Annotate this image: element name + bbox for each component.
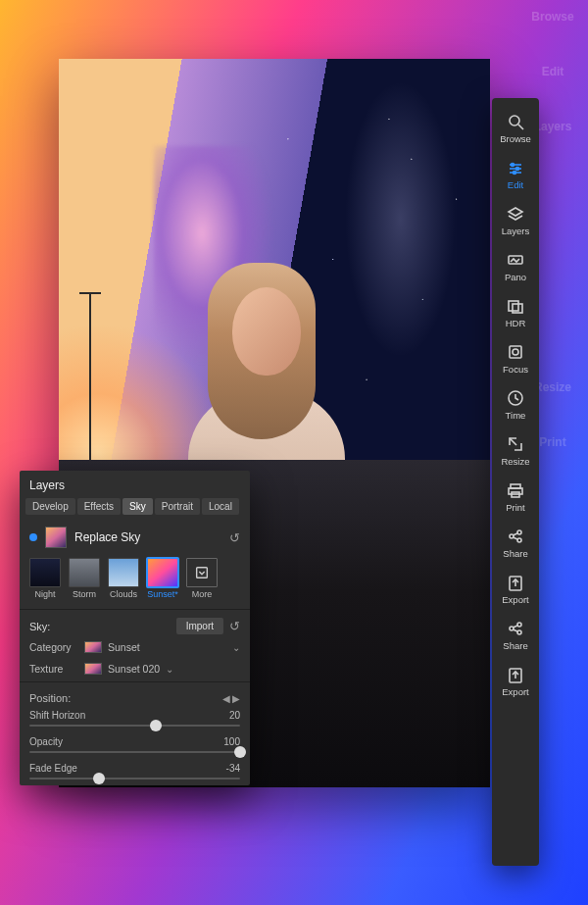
slider-track[interactable] bbox=[29, 778, 240, 779]
svg-rect-10 bbox=[509, 301, 518, 311]
print-icon bbox=[506, 480, 525, 500]
edit-icon bbox=[506, 158, 525, 177]
preset-sunset[interactable]: Sunset* bbox=[145, 558, 180, 599]
category-swatch bbox=[84, 641, 102, 653]
position-label: Position: bbox=[29, 692, 71, 704]
svg-point-13 bbox=[513, 349, 518, 355]
svg-marker-8 bbox=[509, 208, 522, 216]
layers-panel: Layers DevelopEffectsSkyPortraitLocal Re… bbox=[20, 471, 250, 785]
sidebar-item-print-8[interactable]: Print bbox=[492, 475, 539, 521]
sidebar-item-export-10[interactable]: Export bbox=[492, 567, 539, 613]
reset-icon[interactable]: ↺ bbox=[229, 530, 240, 545]
share-icon bbox=[506, 527, 525, 546]
sidebar-item-focus-5[interactable]: Focus bbox=[492, 336, 539, 382]
export-icon bbox=[506, 573, 525, 592]
browse-icon bbox=[506, 112, 525, 131]
slider-knob[interactable] bbox=[93, 773, 105, 784]
time-icon bbox=[506, 388, 525, 408]
slider-knob[interactable] bbox=[150, 720, 162, 731]
panel-tabs: DevelopEffectsSkyPortraitLocal bbox=[20, 498, 250, 521]
category-row[interactable]: Category Sunset ⌄ bbox=[20, 636, 250, 658]
panel-title: Layers bbox=[20, 471, 250, 498]
focus-icon bbox=[506, 342, 525, 362]
svg-line-29 bbox=[514, 626, 518, 628]
svg-point-5 bbox=[512, 164, 514, 167]
svg-rect-17 bbox=[509, 488, 522, 494]
sky-reset-icon[interactable]: ↺ bbox=[229, 619, 240, 633]
tab-develop[interactable]: Develop bbox=[25, 498, 75, 515]
preset-night[interactable]: Night bbox=[27, 558, 63, 599]
tab-sky[interactable]: Sky bbox=[122, 498, 153, 515]
tab-portrait[interactable]: Portrait bbox=[155, 498, 200, 515]
filter-name: Replace Sky bbox=[74, 530, 221, 544]
slider-opacity: Opacity100 bbox=[20, 732, 250, 759]
position-arrows: ◀ ▶ bbox=[222, 693, 240, 704]
sidebar-item-share-9[interactable]: Share bbox=[492, 521, 539, 567]
sky-section-label: Sky: bbox=[29, 621, 50, 632]
right-toolbar: BrowseEditLayersPanoHDRFocusTimeResizePr… bbox=[492, 98, 539, 866]
texture-swatch bbox=[84, 663, 102, 675]
svg-point-6 bbox=[516, 168, 519, 171]
tab-local[interactable]: Local bbox=[202, 498, 239, 515]
tab-effects[interactable]: Effects bbox=[77, 498, 121, 515]
sidebar-item-pano-3[interactable]: Pano bbox=[492, 244, 539, 290]
hdr-icon bbox=[506, 296, 525, 316]
svg-point-7 bbox=[514, 172, 516, 175]
export-icon bbox=[506, 665, 525, 684]
svg-point-0 bbox=[510, 116, 519, 126]
svg-rect-12 bbox=[510, 346, 521, 358]
texture-row[interactable]: Texture Sunset 020 ⌄ bbox=[20, 658, 250, 679]
sidebar-item-time-6[interactable]: Time bbox=[492, 382, 539, 428]
preset-clouds[interactable]: Clouds bbox=[106, 558, 141, 599]
sidebar-item-hdr-4[interactable]: HDR bbox=[492, 290, 539, 336]
pano-icon bbox=[506, 250, 525, 270]
sidebar-item-layers-2[interactable]: Layers bbox=[492, 198, 539, 244]
resize-icon bbox=[506, 434, 525, 454]
layers-icon bbox=[506, 204, 525, 224]
more-icon bbox=[186, 558, 218, 587]
filter-thumb[interactable] bbox=[45, 527, 67, 548]
import-button[interactable]: Import bbox=[176, 618, 223, 634]
svg-line-15 bbox=[510, 438, 516, 445]
arrow-left-icon[interactable]: ◀ bbox=[222, 693, 230, 704]
arrow-right-icon[interactable]: ▶ bbox=[232, 693, 240, 704]
slider-track[interactable] bbox=[29, 725, 240, 727]
filter-enabled-dot[interactable] bbox=[29, 533, 37, 541]
slider-value: 20 bbox=[229, 710, 240, 721]
svg-line-23 bbox=[514, 537, 518, 539]
svg-line-1 bbox=[518, 125, 523, 129]
slider-value: -34 bbox=[226, 763, 240, 774]
sky-presets: NightStormCloudsSunset*More bbox=[20, 554, 250, 607]
chevron-down-icon[interactable]: ⌄ bbox=[232, 642, 240, 653]
svg-line-30 bbox=[514, 629, 518, 631]
filter-row: Replace Sky ↺ bbox=[20, 521, 250, 554]
share-icon bbox=[506, 619, 525, 638]
preset-more[interactable]: More bbox=[184, 558, 220, 599]
chevron-down-icon[interactable]: ⌄ bbox=[166, 664, 173, 675]
svg-rect-33 bbox=[197, 568, 208, 578]
svg-line-22 bbox=[514, 533, 518, 535]
slider-shift-horizon: Shift Horizon20 bbox=[20, 706, 250, 732]
sidebar-item-resize-7[interactable]: Resize bbox=[492, 428, 539, 475]
sidebar-item-edit-1[interactable]: Edit bbox=[492, 152, 539, 198]
slider-track[interactable] bbox=[29, 751, 240, 753]
sidebar-item-share-11[interactable]: Share bbox=[492, 613, 539, 659]
preset-storm[interactable]: Storm bbox=[67, 558, 102, 599]
sidebar-item-browse-0[interactable]: Browse bbox=[492, 106, 539, 152]
sidebar-item-export-12[interactable]: Export bbox=[492, 659, 539, 705]
slider-knob[interactable] bbox=[234, 746, 246, 758]
slider-fade-edge: Fade Edge-34 bbox=[20, 759, 250, 785]
